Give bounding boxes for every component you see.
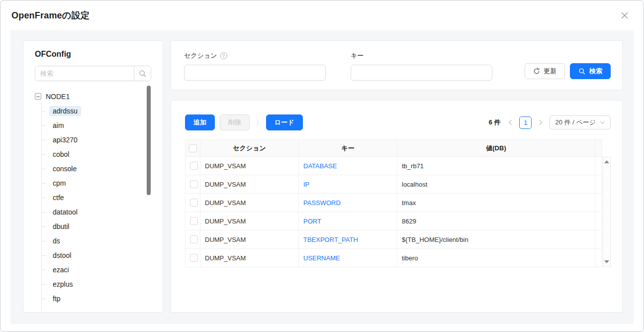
search-icon	[139, 70, 147, 78]
tree-item-ezplus[interactable]: ezplus	[41, 277, 151, 291]
spacer-cell	[595, 212, 602, 230]
tree-search-input[interactable]	[35, 66, 134, 81]
config-tree-children: adrdssuaimapi3270cobolconsolecpmctfedata…	[41, 104, 151, 306]
scroll-down-icon[interactable]	[604, 260, 609, 263]
key-field-group: キー	[351, 51, 492, 81]
tree-item-dstool[interactable]: dstool	[41, 248, 151, 262]
key-label: キー	[351, 51, 364, 60]
table-panel: 追加 削除 ロード 6 件 1	[171, 100, 623, 313]
section-input[interactable]	[184, 65, 326, 81]
close-button[interactable]	[618, 8, 632, 22]
config-table: セクション キー 値(DB) DUMP_VSAM DATABASE tb_rb7…	[185, 139, 602, 267]
openframe-settings-modal: OpenFrameの設定 OFConfig NODE1	[0, 0, 644, 332]
tree-node-root[interactable]: NODE1	[35, 89, 151, 104]
table-row: DUMP_VSAM PASSWORD tmax	[185, 194, 602, 212]
row-checkbox[interactable]	[190, 235, 198, 243]
tree-item-cobol[interactable]: cobol	[41, 147, 151, 161]
refresh-button[interactable]: 更新	[525, 63, 565, 79]
refresh-icon	[533, 68, 540, 75]
table-toolbar: 追加 削除 ロード 6 件 1	[185, 114, 611, 130]
section-label: セクション	[184, 51, 217, 60]
row-checkbox[interactable]	[190, 199, 198, 207]
spacer-cell	[595, 157, 602, 175]
section-cell: DUMP_VSAM	[200, 194, 299, 212]
search-button-label: 検索	[589, 67, 602, 76]
chevron-right-icon	[538, 119, 544, 125]
key-link[interactable]: PASSWORD	[303, 199, 341, 207]
search-button[interactable]: 検索	[570, 63, 611, 79]
tree-item-ds[interactable]: ds	[41, 233, 151, 248]
section-label-row: セクション ?	[184, 51, 326, 60]
filter-actions: 更新 検索	[525, 51, 611, 79]
tree-item-console[interactable]: console	[41, 161, 151, 176]
key-link[interactable]: USERNAME	[303, 254, 340, 262]
key-input[interactable]	[351, 65, 492, 81]
key-link[interactable]: DATABASE	[303, 162, 337, 170]
section-cell: DUMP_VSAM	[200, 230, 299, 249]
modal-body: OFConfig NODE1 adrdssuaimapi3270cobolcon…	[10, 30, 634, 324]
page-1-button[interactable]: 1	[519, 116, 532, 129]
page-size-label: 20 件 / ページ	[555, 118, 596, 127]
key-link[interactable]: IP	[303, 181, 309, 188]
table-header-row: セクション キー 値(DB)	[185, 140, 602, 157]
section-cell: DUMP_VSAM	[200, 175, 299, 194]
scroll-up-icon[interactable]	[604, 160, 609, 163]
filter-panel: セクション ? キー 更	[171, 40, 623, 90]
table-scrollbar[interactable]	[603, 157, 611, 267]
page-size-select[interactable]: 20 件 / ページ	[550, 115, 611, 129]
row-checkbox[interactable]	[190, 254, 198, 262]
column-header-value: 値(DB)	[397, 140, 595, 157]
key-link[interactable]: TBEXPORT_PATH	[303, 236, 358, 243]
tree-item-ezaci[interactable]: ezaci	[41, 262, 151, 277]
key-link[interactable]: PORT	[303, 218, 321, 225]
key-label-row: キー	[351, 51, 492, 60]
ofconfig-panel: OFConfig NODE1 adrdssuaimapi3270cobolcon…	[23, 40, 163, 313]
tree-search-box	[35, 66, 151, 81]
modal-header: OpenFrameの設定	[0, 0, 644, 30]
row-checkbox[interactable]	[190, 162, 198, 170]
select-all-checkbox[interactable]	[189, 144, 197, 152]
table-row: DUMP_VSAM TBEXPORT_PATH ${TB_HOME}/clien…	[185, 230, 602, 249]
tree-root-label: NODE1	[46, 93, 70, 101]
tree-item-adrdssu[interactable]: adrdssu	[41, 104, 151, 118]
row-checkbox[interactable]	[190, 180, 198, 188]
table-row: DUMP_VSAM USERNAME tibero	[185, 249, 602, 267]
config-table-wrap: セクション キー 値(DB) DUMP_VSAM DATABASE tb_rb7…	[185, 139, 611, 267]
spacer-cell	[595, 249, 602, 267]
table-row: DUMP_VSAM IP localhost	[185, 175, 602, 194]
add-button[interactable]: 追加	[185, 114, 215, 130]
tree-item-ctfe[interactable]: ctfe	[41, 190, 151, 205]
prev-page-button[interactable]	[506, 118, 514, 126]
value-cell: ${TB_HOME}/client/bin	[397, 230, 595, 249]
table-row: DUMP_VSAM DATABASE tb_rb71	[185, 157, 602, 175]
value-cell: 8629	[397, 212, 595, 230]
config-table-body: DUMP_VSAM DATABASE tb_rb71 DUMP_VSAM IP …	[185, 157, 602, 267]
tree-item-dbutil[interactable]: dbutil	[41, 219, 151, 233]
tree-item-cpm[interactable]: cpm	[41, 176, 151, 190]
section-cell: DUMP_VSAM	[200, 157, 299, 175]
total-count: 6 件	[489, 118, 501, 127]
modal-title: OpenFrameの設定	[11, 9, 90, 21]
load-button[interactable]: ロード	[266, 114, 303, 130]
section-field-group: セクション ?	[184, 51, 326, 81]
tree-item-ftp[interactable]: ftp	[41, 291, 151, 306]
tree-item-aim[interactable]: aim	[41, 118, 151, 132]
column-header-section: セクション	[200, 140, 299, 157]
refresh-button-label: 更新	[544, 67, 556, 76]
next-page-button[interactable]	[537, 118, 545, 126]
search-icon	[578, 68, 586, 75]
spacer-cell	[595, 175, 602, 194]
ofconfig-title: OFConfig	[35, 50, 151, 59]
section-cell: DUMP_VSAM	[200, 249, 299, 267]
section-cell: DUMP_VSAM	[200, 212, 299, 230]
pagination: 6 件 1 20 件 / ペー	[489, 115, 611, 129]
tree-item-api3270[interactable]: api3270	[41, 132, 151, 147]
row-checkbox[interactable]	[190, 217, 198, 225]
sidebar-scrollbar[interactable]	[147, 86, 151, 195]
toolbar-divider	[258, 119, 258, 126]
spacer-cell	[595, 230, 602, 249]
help-icon[interactable]: ?	[220, 52, 227, 59]
collapse-icon[interactable]	[35, 93, 41, 100]
tree-search-button[interactable]	[134, 66, 151, 81]
tree-item-datatool[interactable]: datatool	[41, 205, 151, 219]
